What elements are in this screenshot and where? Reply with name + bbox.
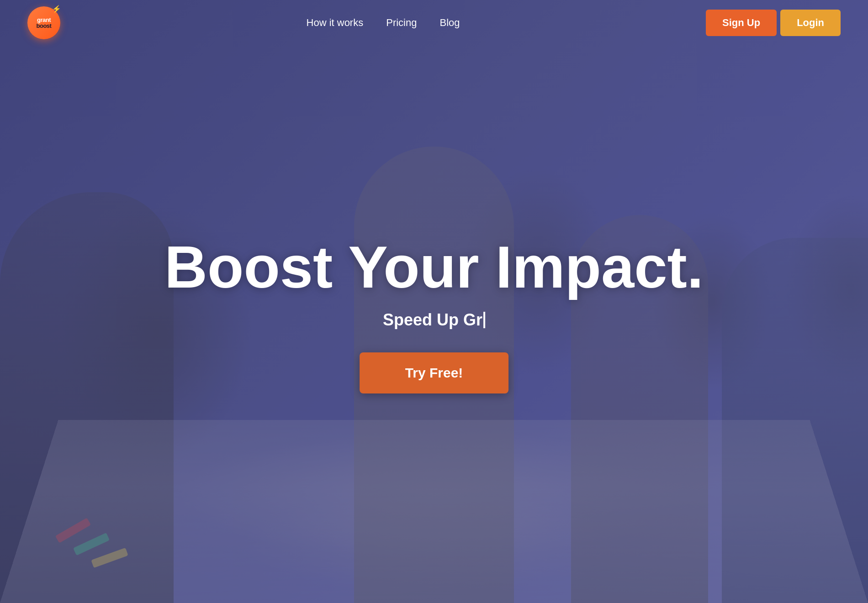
hero-subheadline-text: Speed Up Gr — [383, 310, 482, 330]
hero-section: grant boost ⚡ How it works Pricing Blog … — [0, 0, 868, 603]
nav-link-blog[interactable]: Blog — [439, 17, 460, 29]
logo[interactable]: grant boost ⚡ — [27, 6, 60, 39]
nav-links: How it works Pricing Blog — [307, 17, 460, 29]
hero-headline: Boost Your Impact. — [164, 237, 704, 297]
logo-text-boost: boost — [37, 23, 52, 29]
try-free-button[interactable]: Try Free! — [360, 352, 509, 393]
nav-link-how-it-works[interactable]: How it works — [307, 17, 364, 29]
nav-buttons: Sign Up Login — [706, 10, 841, 36]
logo-circle: grant boost ⚡ — [27, 6, 60, 39]
navbar: grant boost ⚡ How it works Pricing Blog … — [0, 0, 868, 46]
hero-content: Boost Your Impact. Speed Up Gr Try Free! — [164, 237, 704, 393]
nav-link-pricing[interactable]: Pricing — [386, 17, 417, 29]
hero-subheadline: Speed Up Gr — [164, 310, 704, 330]
login-button[interactable]: Login — [780, 10, 841, 36]
signup-button[interactable]: Sign Up — [706, 10, 777, 36]
text-cursor — [483, 312, 485, 328]
lightning-icon: ⚡ — [52, 5, 61, 13]
